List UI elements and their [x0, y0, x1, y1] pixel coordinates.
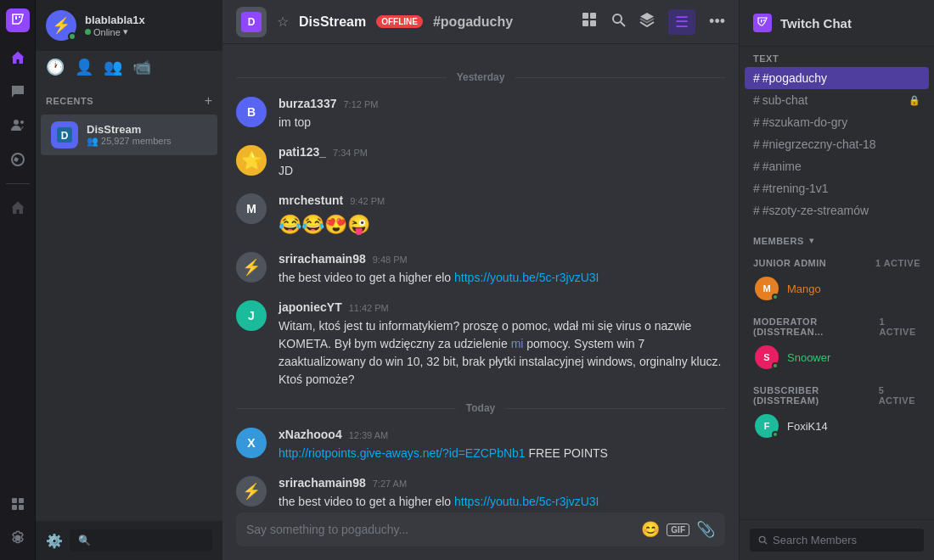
message-content: pati123_ 7:34 PM JD — [279, 145, 725, 180]
message-item: ⚡ srirachamain98 7:27 AM the best video … — [236, 476, 725, 511]
server-info: DisStream 👥 25,927 members — [87, 123, 207, 147]
twitch-icon — [753, 14, 772, 32]
channel-item-szoty[interactable]: # #szoty-ze-streamów — [745, 199, 929, 221]
layers-icon[interactable] — [639, 12, 655, 31]
members-list-icon[interactable]: ☰ — [668, 9, 695, 35]
app-logo[interactable] — [6, 8, 30, 32]
more-options-icon[interactable]: ••• — [709, 13, 725, 31]
twitch-chat-title: Twitch Chat — [780, 16, 852, 31]
favorite-button[interactable]: ☆ — [277, 14, 289, 30]
message-author: mrchestunt — [279, 193, 343, 207]
messages-icon[interactable] — [4, 78, 31, 105]
role-group-moderator: MODERATOR (DISSTREAN... 1 Active S Snoow… — [740, 311, 934, 373]
channel-name-display: #pogaduchy — [433, 14, 513, 30]
message-time: 7:34 PM — [333, 148, 368, 158]
gif-button[interactable]: GIF — [667, 524, 689, 536]
chat-input[interactable] — [246, 512, 634, 546]
message-content: srirachamain98 9:48 PM the best video to… — [279, 252, 725, 287]
text-section-label: TEXT — [740, 47, 934, 67]
add-server-button[interactable]: + — [205, 93, 212, 109]
header-search-icon[interactable] — [610, 12, 626, 31]
date-divider-yesterday: Yesterday — [236, 71, 725, 83]
user-info: blablabla1x Online ▾ — [85, 14, 212, 37]
message-time: 12:39 AM — [349, 430, 388, 440]
message-item: X xNazhooo4 12:39 AM http://riotpoints.g… — [236, 428, 725, 462]
channel-item-niegrzeczny[interactable]: # #niegrzeczny-chat-18 — [745, 133, 929, 155]
message-content: japoniecYT 11:42 PM Witam, ktoś jest tu … — [279, 300, 725, 389]
date-divider-today: Today — [236, 402, 725, 414]
member-name: Snoower — [787, 351, 830, 364]
message-time: 9:48 PM — [373, 255, 408, 265]
explore-icon[interactable] — [4, 146, 31, 173]
svg-rect-7 — [12, 505, 17, 510]
friends-icon[interactable] — [4, 112, 31, 139]
message-time: 11:42 PM — [349, 303, 389, 313]
member-avatar: M — [755, 277, 779, 300]
role-label-moderator: MODERATOR (DISSTREAN... 1 Active — [740, 311, 934, 340]
member-item-foxik14[interactable]: F FoxiK14 — [745, 410, 929, 442]
recents-label: RECENTS — [46, 96, 93, 106]
server-name: DisStream — [87, 123, 207, 136]
bottom-icons — [4, 490, 31, 552]
server-meta: 👥 25,927 members — [87, 136, 207, 147]
member-avatar: S — [755, 345, 779, 369]
video-icon[interactable]: 📹 — [132, 58, 151, 76]
message-link[interactable]: https://youtu.be/5c-r3jvzU3I — [454, 495, 599, 508]
channel-item-anime[interactable]: # #anime — [745, 155, 929, 177]
member-item-snoower[interactable]: S Snoower — [745, 341, 929, 373]
friends-nav-icon[interactable]: 👤 — [75, 58, 93, 76]
member-name: FoxiK14 — [787, 420, 828, 433]
message-link[interactable]: https://youtu.be/5c-r3jvzU3I — [454, 271, 599, 284]
search-members-input[interactable] — [773, 534, 915, 546]
channel-item-pogaduchy[interactable]: # #pogaduchy — [745, 67, 929, 89]
emoji-button[interactable]: 😊 — [641, 520, 660, 539]
svg-rect-13 — [582, 20, 588, 26]
applications-icon[interactable] — [582, 12, 597, 31]
user-settings-icon[interactable]: ⚙️ — [46, 533, 63, 549]
offline-badge: OFFLINE — [376, 15, 423, 28]
message-text: the best video to get a higher elo https… — [279, 269, 725, 287]
server-logo: D — [236, 7, 267, 37]
sidebar-search[interactable]: 🔍 — [70, 529, 212, 552]
groups-icon[interactable]: 👥 — [104, 58, 122, 76]
settings-icon[interactable] — [4, 524, 31, 552]
message-item: J japoniecYT 11:42 PM Witam, ktoś jest t… — [236, 300, 725, 389]
members-section: MEMBERS ▾ JUNIOR ADMIN 1 Active M Mango … — [740, 228, 934, 519]
server-item-disstream[interactable]: D DisStream 👥 25,927 members — [41, 115, 217, 155]
message-content: xNazhooo4 12:39 AM http://riotpoints.giv… — [279, 428, 725, 462]
search-members-icon — [758, 535, 768, 546]
members-chevron-icon: ▾ — [809, 235, 814, 246]
history-icon[interactable]: 🕐 — [46, 58, 65, 76]
svg-line-16 — [621, 22, 625, 26]
nitro-icon[interactable] — [4, 194, 31, 221]
header-actions: ☰ ••• — [582, 9, 725, 35]
svg-rect-8 — [19, 505, 24, 510]
message-author: xNazhooo4 — [279, 428, 342, 441]
server-avatar: D — [51, 121, 78, 148]
channel-item-szukam[interactable]: # #szukam-do-gry — [745, 111, 929, 133]
chat-input-box: 😊 GIF 📎 — [236, 512, 725, 546]
icon-bar — [0, 0, 36, 560]
message-link[interactable]: http://riotpoints.give-aways.net/?id=EZC… — [279, 446, 526, 460]
messages-area: Yesterday B burza1337 7:12 PM im top ⭐ p… — [222, 44, 739, 512]
channel-list: # #pogaduchy # sub-chat 🔒 # #szukam-do-g… — [740, 67, 934, 221]
svg-rect-6 — [19, 498, 24, 503]
message-item: B burza1337 7:12 PM im top — [236, 97, 725, 132]
message-avatar: X — [236, 428, 267, 458]
role-group-subscriber: SUBSCRIBER (DISSTREAM) 5 Active F FoxiK1… — [740, 380, 934, 442]
member-item-mango[interactable]: M Mango — [745, 272, 929, 305]
message-avatar: B — [236, 97, 267, 127]
channel-item-trening[interactable]: # #trening-1v1 — [745, 177, 929, 199]
svg-rect-0 — [15, 16, 17, 20]
plugins-icon[interactable] — [4, 490, 31, 518]
svg-rect-12 — [590, 13, 596, 19]
attachment-button[interactable]: 📎 — [696, 520, 715, 539]
channel-item-subchat[interactable]: # sub-chat 🔒 — [745, 89, 929, 111]
search-members-area — [740, 519, 934, 560]
message-item: M mrchestunt 9:42 PM 😂😂😍😜 — [236, 193, 725, 238]
message-item: ⭐ pati123_ 7:34 PM JD — [236, 145, 725, 180]
message-avatar: ⚡ — [236, 476, 267, 507]
user-status: Online ▾ — [85, 26, 212, 37]
home-icon[interactable] — [4, 44, 31, 71]
members-header[interactable]: MEMBERS ▾ — [740, 228, 934, 253]
